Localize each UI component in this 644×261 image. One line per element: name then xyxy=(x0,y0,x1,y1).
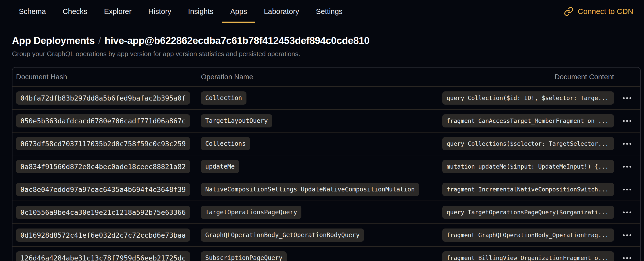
tab-settings[interactable]: Settings xyxy=(308,0,351,23)
more-options-icon xyxy=(623,166,625,168)
row-actions-button[interactable] xyxy=(621,95,633,102)
document-hash: 126d46a4284abe31c13c78f7959d56eeb21725dc xyxy=(16,251,190,261)
row-actions-button[interactable] xyxy=(621,232,633,239)
more-options-icon xyxy=(623,97,625,99)
operation-name: TargetOperationsPageQuery xyxy=(201,206,301,219)
document-hash: 0c10556a9be4ca30e19e21c1218a592b75e63366 xyxy=(16,206,190,219)
breadcrumb: App Deployments/hive-app@b622862ecdba7c6… xyxy=(12,35,644,46)
column-header-document-hash: Document Hash xyxy=(16,73,201,81)
table-row: 0ac8e047eddd97a97eac6435a4b694f4e3648f39… xyxy=(12,178,640,201)
document-content: query TargetOperationsPageQuery($organiz… xyxy=(442,206,614,219)
column-header-document-content: Document Content xyxy=(442,73,614,81)
document-hash: 04bfa72dfb83b297dd8a5b6fed9bafac2b395a0f xyxy=(16,91,190,105)
breadcrumb-current-app: hive-app@b622862ecdba7c61b78f412453def89… xyxy=(105,35,370,46)
tab-explorer[interactable]: Explorer xyxy=(96,0,140,23)
table-row: 0c10556a9be4ca30e19e21c1218a592b75e63366… xyxy=(12,201,640,223)
document-content: query Collections($selector: TargetSelec… xyxy=(442,137,614,150)
deployments-table: Document Hash Operation Name Document Co… xyxy=(12,67,641,261)
operation-name: TargetLayoutQuery xyxy=(201,114,272,127)
operation-name: Collections xyxy=(201,137,250,150)
document-content: fragment CanAccessTarget_MemberFragment … xyxy=(442,114,614,127)
more-options-icon xyxy=(623,189,625,190)
nav-tabs: Schema Checks Explorer History Insights … xyxy=(10,0,351,23)
operation-name: Collection xyxy=(201,91,246,105)
row-actions-button[interactable] xyxy=(621,140,633,147)
operation-name: SubscriptionPageQuery xyxy=(201,251,287,261)
breadcrumb-root-link[interactable]: App Deployments xyxy=(12,35,95,46)
document-hash: 0673df58cd7037117035b2d0c758f59c0c93c259 xyxy=(16,137,190,150)
tab-schema[interactable]: Schema xyxy=(10,0,54,23)
page-head: App Deployments/hive-app@b622862ecdba7c6… xyxy=(0,23,644,58)
row-actions-button[interactable] xyxy=(621,186,633,193)
row-actions-button[interactable] xyxy=(621,163,633,170)
document-content: fragment IncrementalNativeCompositionSwi… xyxy=(442,183,614,196)
tab-checks[interactable]: Checks xyxy=(54,0,96,23)
tab-insights[interactable]: Insights xyxy=(180,0,222,23)
document-hash: 0a834f91560d872e8c4bec0ade18ceec88821a82 xyxy=(16,160,190,173)
link-icon xyxy=(564,7,574,16)
tab-apps[interactable]: Apps xyxy=(222,0,255,23)
more-options-icon xyxy=(623,211,625,213)
row-actions-button[interactable] xyxy=(621,118,633,124)
document-hash: 0d16928d8572c41ef6e032d2c7c72ccbd6e73baa xyxy=(16,229,190,242)
top-nav: Schema Checks Explorer History Insights … xyxy=(0,0,644,23)
more-options-icon xyxy=(623,143,625,145)
document-content: mutation updateMe($input: UpdateMeInput!… xyxy=(442,160,614,173)
document-content: fragment GraphQLOperationBody_OperationF… xyxy=(442,229,614,242)
table-header: Document Hash Operation Name Document Co… xyxy=(12,68,640,86)
table-row: 04bfa72dfb83b297dd8a5b6fed9bafac2b395a0f… xyxy=(12,86,640,109)
tab-laboratory[interactable]: Laboratory xyxy=(255,0,308,23)
table-row: 0673df58cd7037117035b2d0c758f59c0c93c259… xyxy=(12,132,640,155)
connect-to-cdn-button[interactable]: Connect to CDN xyxy=(564,0,633,23)
more-options-icon xyxy=(623,234,625,236)
breadcrumb-separator: / xyxy=(95,35,105,46)
page-subtitle: Group your GraphQL operations by app ver… xyxy=(12,50,644,58)
table-row: 0a834f91560d872e8c4bec0ade18ceec88821a82… xyxy=(12,155,640,178)
more-options-icon xyxy=(623,257,625,259)
table-row: 050e5b363dafdcacd6780e706cadf771d06a867c… xyxy=(12,109,640,132)
document-hash: 0ac8e047eddd97a97eac6435a4b694f4e3648f39 xyxy=(16,183,190,196)
connect-to-cdn-label: Connect to CDN xyxy=(578,7,633,16)
document-content: query Collection($id: ID!, $selector: Ta… xyxy=(442,91,614,105)
table-row: 126d46a4284abe31c13c78f7959d56eeb21725dc… xyxy=(12,246,640,261)
table-row: 0d16928d8572c41ef6e032d2c7c72ccbd6e73baa… xyxy=(12,223,640,246)
row-actions-button[interactable] xyxy=(621,209,633,216)
column-header-operation-name: Operation Name xyxy=(201,73,442,81)
more-options-icon xyxy=(623,120,625,122)
document-hash: 050e5b363dafdcacd6780e706cadf771d06a867c xyxy=(16,114,190,127)
row-actions-button[interactable] xyxy=(621,255,633,261)
tab-history[interactable]: History xyxy=(140,0,180,23)
main-content: App Deployments/hive-app@b622862ecdba7c6… xyxy=(0,23,644,261)
operation-name: updateMe xyxy=(201,160,239,173)
operation-name: NativeCompositionSettings_UpdateNativeCo… xyxy=(201,183,419,196)
document-content: fragment BillingView_OrganizationFragmen… xyxy=(442,251,614,261)
operation-name: GraphQLOperationBody_GetOperationBodyQue… xyxy=(201,229,364,242)
